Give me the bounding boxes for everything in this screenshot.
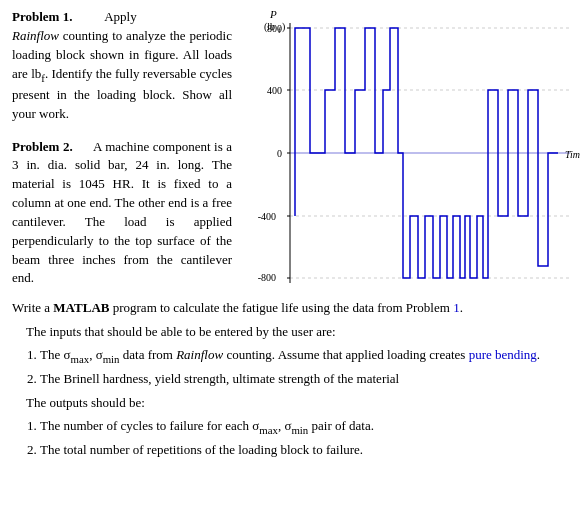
x-axis-label: Tim — [565, 149, 580, 160]
left-column: Problem 1. Apply Rainflow counting to an… — [12, 8, 232, 288]
inputs-list: The σmax, σmin data from Rainflow counti… — [40, 345, 571, 388]
out-sigma-max-sub: max — [259, 424, 278, 436]
output-1: The number of cycles to failure for each… — [40, 416, 571, 438]
y-800-label: 800 — [267, 23, 282, 34]
top-section: Problem 1. Apply Rainflow counting to an… — [12, 8, 571, 288]
inputs-label: The inputs that should be able to be ent… — [26, 322, 571, 342]
y-400-label: 400 — [267, 85, 282, 96]
input-2: The Brinell hardness, yield strength, ul… — [40, 369, 571, 389]
problem-2: Problem 2. A machine component is a 3 in… — [12, 138, 232, 289]
right-column: P (lb f ) — [240, 8, 580, 288]
problem-1-apply: Apply — [104, 9, 137, 24]
problem-1-title: Problem 1. — [12, 9, 72, 24]
problem-1-rainflow: Rainflow — [12, 28, 59, 43]
chart-svg: P (lb f ) — [240, 8, 580, 288]
y-axis-unit-close: ) — [282, 21, 285, 33]
matlab-label: MATLAB — [53, 300, 109, 315]
bottom-section: Write a MATLAB program to calculate the … — [12, 298, 571, 463]
chart-container: P (lb f ) — [240, 8, 580, 288]
outputs-label: The outputs should be: — [26, 393, 571, 413]
out-sigma-min-sub: min — [291, 424, 308, 436]
problem-1: Problem 1. Apply Rainflow counting to an… — [12, 8, 232, 124]
sigma-min-sub: min — [103, 353, 120, 365]
input-1: The σmax, σmin data from Rainflow counti… — [40, 345, 571, 367]
page: Problem 1. Apply Rainflow counting to an… — [0, 0, 583, 475]
outputs-list: The number of cycles to failure for each… — [40, 416, 571, 459]
matlab-intro: Write a MATLAB program to calculate the … — [12, 298, 571, 318]
prob-ref: 1 — [453, 300, 460, 315]
rainflow-ref: Rainflow — [176, 347, 223, 362]
y-neg800-label: -800 — [258, 272, 276, 283]
y-0-label: 0 — [277, 148, 282, 159]
output-2: The total number of repetitions of the l… — [40, 440, 571, 460]
y-axis-label: P — [269, 8, 277, 20]
problem-1-body3: . Identify the fully reversable cycles p… — [12, 66, 232, 121]
sigma-max-sub: max — [70, 353, 89, 365]
problem-2-title: Problem 2. — [12, 139, 73, 154]
problem-2-body: A machine component is a 3 in. dia. soli… — [12, 139, 232, 286]
pure-bending: pure bending — [469, 347, 537, 362]
y-neg400-label: -400 — [258, 211, 276, 222]
